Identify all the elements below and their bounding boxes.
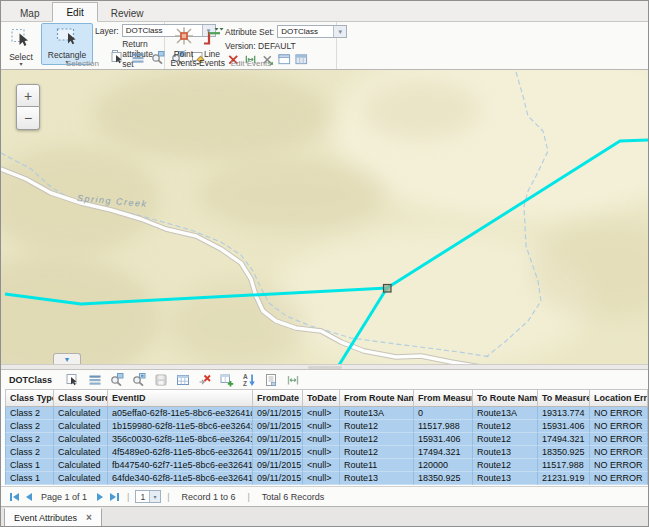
fit-columns-icon[interactable] bbox=[286, 373, 300, 387]
pager-separator: | bbox=[127, 492, 129, 502]
page-number-value: 1 bbox=[136, 492, 149, 502]
previous-page-button[interactable] bbox=[21, 491, 35, 503]
line-events-icon bbox=[201, 27, 224, 50]
table-cell: NO ERROR bbox=[590, 459, 648, 472]
save-edits-icon[interactable] bbox=[154, 373, 168, 387]
table-cell: Calculated bbox=[54, 420, 108, 433]
table-cell: Route13 bbox=[340, 472, 414, 485]
sort-records-icon[interactable]: AZ bbox=[242, 373, 256, 387]
form-view-icon[interactable] bbox=[264, 373, 278, 387]
select-records-icon[interactable] bbox=[66, 373, 80, 387]
delete-records-icon[interactable] bbox=[198, 373, 212, 387]
tab-event-attributes[interactable]: Event Attributes × bbox=[4, 508, 102, 527]
table-row[interactable]: Class 1Calculated64fde340-62f8-11e5-8bc6… bbox=[5, 472, 648, 485]
page-indicator: Page 1 of 1 bbox=[41, 492, 87, 502]
pager-separator: | bbox=[167, 492, 169, 502]
add-records-icon[interactable] bbox=[220, 373, 234, 387]
table-cell: NO ERROR bbox=[590, 446, 648, 459]
table-cell: Calculated bbox=[54, 407, 108, 420]
column-header-to-measure[interactable]: To Measure bbox=[538, 389, 590, 407]
table-cell: 09/11/2015 bbox=[253, 446, 303, 459]
grid-header-row: Class TypeClass SourceEventIDFromDateToD… bbox=[5, 389, 648, 407]
table-menu-icon[interactable] bbox=[88, 373, 102, 387]
basemap bbox=[1, 70, 649, 364]
tab-close-icon[interactable]: × bbox=[86, 513, 92, 523]
column-header-to-route-name[interactable]: To Route Name bbox=[473, 389, 538, 407]
svg-text:Z: Z bbox=[243, 380, 247, 387]
splitter-grip[interactable] bbox=[308, 366, 342, 369]
table-cell: NO ERROR bbox=[590, 472, 648, 485]
panel-collapse-button[interactable]: ▼ bbox=[53, 353, 81, 364]
table-cell: fb447540-62f7-11e5-8bc6-ee32641d5ec9 bbox=[108, 459, 253, 472]
point-events-icon bbox=[174, 27, 194, 50]
zoom-to-selection-icon[interactable] bbox=[110, 373, 124, 387]
switch-table-icon[interactable] bbox=[176, 373, 190, 387]
page-number-caret-icon[interactable]: ▾ bbox=[149, 491, 160, 502]
ribbon-tab-review[interactable]: Review bbox=[98, 4, 157, 22]
table-cell: Route12 bbox=[473, 420, 538, 433]
ribbon-tab-edit[interactable]: Edit bbox=[52, 2, 97, 22]
table-cell: 15931.406 bbox=[414, 433, 473, 446]
table-cell: <null> bbox=[303, 420, 340, 433]
collapse-arrow-icon: ▼ bbox=[64, 356, 71, 363]
table-row[interactable]: Class 2Calculated1b159980-62f8-11e5-8bc6… bbox=[5, 420, 648, 433]
table-cell: NO ERROR bbox=[590, 420, 648, 433]
total-records-label: Total 6 Records bbox=[262, 492, 325, 502]
table-cell: 09/11/2015 bbox=[253, 407, 303, 420]
column-header-from-route-name[interactable]: From Route Name bbox=[340, 389, 414, 407]
selection-group: Select ▾ Rectangle ▾ Layer: bbox=[1, 22, 165, 69]
table-cell: Route13A bbox=[340, 407, 414, 420]
attribute-set-caret-icon[interactable]: ▾ bbox=[333, 26, 346, 37]
ribbon-tabbar: MapEditReview bbox=[1, 1, 648, 22]
table-cell: <null> bbox=[303, 459, 340, 472]
page-number-selector[interactable]: 1 ▾ bbox=[135, 490, 161, 503]
column-header-todate[interactable]: ToDate bbox=[303, 389, 340, 407]
table-cell: Route13A bbox=[473, 407, 538, 420]
rectangle-tool-icon bbox=[55, 26, 79, 51]
table-cell: Class 2 bbox=[5, 407, 54, 420]
next-page-button[interactable] bbox=[93, 491, 107, 503]
table-cell: a05effa0-62f8-11e5-8bc6-ee32641d5ec9 bbox=[108, 407, 253, 420]
table-cell: Route12 bbox=[340, 433, 414, 446]
attribute-set-dropdown[interactable]: DOTClass ▾ bbox=[277, 25, 347, 38]
table-cell: 4f5489e0-62f8-11e5-8bc6-ee32641d5ec9 bbox=[108, 446, 253, 459]
column-header-from-measure[interactable]: From Measure bbox=[414, 389, 473, 407]
table-cell: <null> bbox=[303, 446, 340, 459]
column-header-class-type[interactable]: Class Type bbox=[5, 389, 54, 407]
table-cell: 15931.406 bbox=[538, 420, 590, 433]
table-cell: NO ERROR bbox=[590, 433, 648, 446]
table-cell: 18350.925 bbox=[538, 446, 590, 459]
table-cell: Route13 bbox=[473, 446, 538, 459]
application-window: MapEditReview Select ▾ bbox=[0, 0, 649, 527]
map-canvas[interactable]: Spring Creek + − ▼ bbox=[1, 69, 649, 364]
zoom-in-button[interactable]: + bbox=[16, 84, 40, 107]
pan-to-selection-icon[interactable] bbox=[132, 373, 146, 387]
table-cell: 09/11/2015 bbox=[253, 459, 303, 472]
table-row[interactable]: Class 1Calculatedfb447540-62f7-11e5-8bc6… bbox=[5, 459, 648, 472]
column-header-class-source[interactable]: Class Source bbox=[54, 389, 108, 407]
column-header-eventid[interactable]: EventID bbox=[108, 389, 253, 407]
attribute-grid: Class TypeClass SourceEventIDFromDateToD… bbox=[5, 389, 648, 485]
table-cell: 11517.988 bbox=[538, 459, 590, 472]
table-row[interactable]: Class 2Calculated4f5489e0-62f8-11e5-8bc6… bbox=[5, 446, 648, 459]
table-pager: Page 1 of 1 | 1 ▾ | Record 1 to 6 | Tota… bbox=[1, 486, 648, 506]
ribbon-body: Select ▾ Rectangle ▾ Layer: bbox=[1, 22, 648, 69]
zoom-out-button[interactable]: − bbox=[16, 107, 40, 130]
table-row[interactable]: Class 2Calculated356c0030-62f8-11e5-8bc6… bbox=[5, 433, 648, 446]
table-cell: 356c0030-62f8-11e5-8bc6-ee32641d5ec9 bbox=[108, 433, 253, 446]
table-cell: 21231.919 bbox=[538, 472, 590, 485]
table-cell: <null> bbox=[303, 433, 340, 446]
table-cell: Class 2 bbox=[5, 420, 54, 433]
ribbon-tab-map[interactable]: Map bbox=[7, 4, 52, 22]
route-junction-marker[interactable] bbox=[384, 285, 392, 293]
column-header-location-error[interactable]: Location Error bbox=[590, 389, 648, 407]
table-cell: <null> bbox=[303, 472, 340, 485]
column-header-fromdate[interactable]: FromDate bbox=[253, 389, 303, 407]
last-page-button[interactable] bbox=[107, 491, 121, 503]
table-cell: Route12 bbox=[473, 459, 538, 472]
event-attributes-panel: DOTClass AZ Class TypeClass SourceEventI… bbox=[1, 370, 648, 506]
first-page-button[interactable] bbox=[7, 491, 21, 503]
table-title: DOTClass bbox=[9, 375, 52, 385]
table-row[interactable]: Class 2Calculateda05effa0-62f8-11e5-8bc6… bbox=[5, 407, 648, 420]
table-cell: Calculated bbox=[54, 459, 108, 472]
